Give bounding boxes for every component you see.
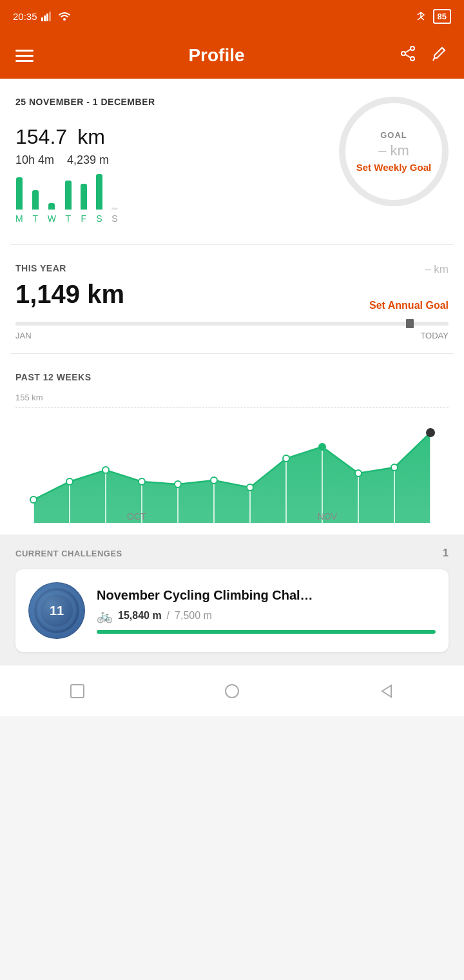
- weekly-bar-chart: M T W T F: [15, 179, 326, 224]
- svg-rect-2: [46, 14, 48, 21]
- status-right: 85: [415, 9, 451, 24]
- svg-point-32: [319, 444, 325, 450]
- status-time: 20:35: [13, 11, 37, 22]
- goal-value: – km: [378, 142, 409, 159]
- svg-line-11: [433, 58, 434, 61]
- annual-label: THIS YEAR: [15, 263, 66, 273]
- month-oct: OCT: [127, 511, 146, 522]
- challenge-title: November Cycling Climbing Chal…: [97, 588, 436, 603]
- svg-point-30: [247, 484, 253, 491]
- bar-wed: W: [48, 203, 56, 224]
- share-button[interactable]: [400, 45, 416, 66]
- bar-fri: F: [81, 184, 87, 224]
- chart-month-labels: OCT NOV: [15, 511, 449, 522]
- chart-container: 155 km: [15, 393, 449, 522]
- weekly-section: 25 NOVEMBER - 1 DECEMBER 154.7 km 10h 4m…: [0, 79, 464, 244]
- challenges-count: 1: [443, 547, 449, 559]
- goal-label: GOAL: [380, 130, 407, 140]
- progress-labels: JAN TODAY: [15, 331, 449, 340]
- month-nov: NOV: [318, 511, 337, 522]
- challenges-header: CURRENT CHALLENGES 1: [15, 547, 449, 559]
- bar-mon: M: [15, 177, 23, 224]
- challenge-progress: 15,840 m: [118, 610, 162, 622]
- svg-marker-38: [382, 685, 391, 697]
- svg-rect-0: [41, 17, 43, 21]
- challenge-goal: 7,500 m: [175, 610, 212, 622]
- edit-button[interactable]: [432, 45, 449, 66]
- bar-tue: T: [32, 190, 39, 224]
- top-nav: Profile: [0, 32, 464, 79]
- status-bar: 20:35 85: [0, 0, 464, 32]
- svg-point-33: [355, 470, 362, 476]
- annual-progress-bar: [15, 322, 449, 326]
- challenge-icon: 11: [28, 582, 85, 639]
- challenge-stats: 🚲 15,840 m / 7,500 m: [97, 608, 436, 623]
- challenges-section: CURRENT CHALLENGES 1 11 November Cycling…: [0, 534, 464, 665]
- svg-point-24: [30, 496, 37, 503]
- chart-area: [34, 433, 430, 523]
- set-annual-goal-button[interactable]: Set Annual Goal: [369, 300, 449, 311]
- weekly-stats: 10h 4m 4,239 m: [15, 153, 326, 167]
- main-content: 25 NOVEMBER - 1 DECEMBER 154.7 km 10h 4m…: [0, 79, 464, 665]
- past12-label: PAST 12 WEEKS: [15, 372, 449, 382]
- annual-progress-fill: [15, 322, 414, 326]
- wifi-icon: [58, 11, 71, 21]
- weekly-distance: 154.7 km: [15, 112, 326, 150]
- svg-point-28: [175, 481, 181, 487]
- bluetooth-icon: [415, 11, 427, 21]
- svg-point-5: [411, 46, 414, 50]
- signal-icon: [41, 11, 54, 21]
- challenge-card[interactable]: 11 November Cycling Climbing Chal… 🚲 15,…: [15, 569, 449, 652]
- svg-point-31: [283, 455, 289, 462]
- svg-line-9: [405, 55, 411, 58]
- nav-recents-button[interactable]: [64, 678, 90, 704]
- annual-distance: 1,149 km: [15, 280, 124, 309]
- svg-rect-3: [49, 12, 51, 21]
- chart-max-km: 155 km: [15, 393, 43, 402]
- svg-line-10: [442, 48, 445, 50]
- annual-goal-dash: – km: [425, 263, 449, 276]
- svg-line-8: [405, 50, 411, 53]
- svg-point-7: [401, 52, 405, 55]
- goal-circle: GOAL – km Set Weekly Goal: [339, 97, 449, 206]
- svg-rect-36: [71, 685, 84, 698]
- svg-point-34: [391, 464, 398, 471]
- svg-point-27: [139, 478, 145, 485]
- page-title: Profile: [188, 45, 244, 66]
- weekly-time: 10h 4m: [15, 153, 54, 167]
- challenge-info: November Cycling Climbing Chal… 🚲 15,840…: [97, 588, 436, 634]
- share-icon: [400, 45, 416, 62]
- bike-icon: 🚲: [97, 608, 113, 623]
- challenges-label: CURRENT CHALLENGES: [15, 549, 122, 558]
- square-icon: [68, 681, 87, 701]
- svg-point-26: [102, 467, 109, 473]
- annual-header: THIS YEAR – km: [15, 263, 449, 276]
- svg-rect-1: [44, 15, 46, 21]
- bar-sat: S: [96, 174, 102, 224]
- svg-point-35: [427, 429, 434, 436]
- weekly-left: 25 NOVEMBER - 1 DECEMBER 154.7 km 10h 4m…: [15, 97, 326, 229]
- svg-point-4: [63, 18, 66, 21]
- bottom-nav: [0, 665, 464, 716]
- set-weekly-goal-button[interactable]: Set Weekly Goal: [356, 162, 431, 173]
- svg-point-37: [226, 685, 238, 698]
- bar-sun: S: [111, 208, 118, 224]
- edit-icon: [432, 45, 449, 62]
- back-icon: [377, 681, 396, 701]
- circle-icon: [222, 681, 242, 701]
- progress-label-start: JAN: [15, 331, 32, 340]
- weekly-elevation: 4,239 m: [67, 153, 109, 167]
- battery-indicator: 85: [433, 9, 451, 24]
- nav-icons: [400, 45, 449, 66]
- challenge-progress-fill: [97, 630, 436, 634]
- svg-point-29: [211, 477, 217, 484]
- nav-home-button[interactable]: [219, 678, 245, 704]
- nav-back-button[interactable]: [374, 678, 400, 704]
- status-left: 20:35: [13, 11, 71, 22]
- svg-point-25: [66, 478, 73, 485]
- progress-marker: [406, 319, 414, 328]
- annual-section: THIS YEAR – km 1,149 km Set Annual Goal …: [0, 245, 464, 353]
- bar-thu: T: [65, 181, 72, 224]
- menu-button[interactable]: [15, 50, 34, 62]
- challenge-progress-bar: [97, 630, 436, 634]
